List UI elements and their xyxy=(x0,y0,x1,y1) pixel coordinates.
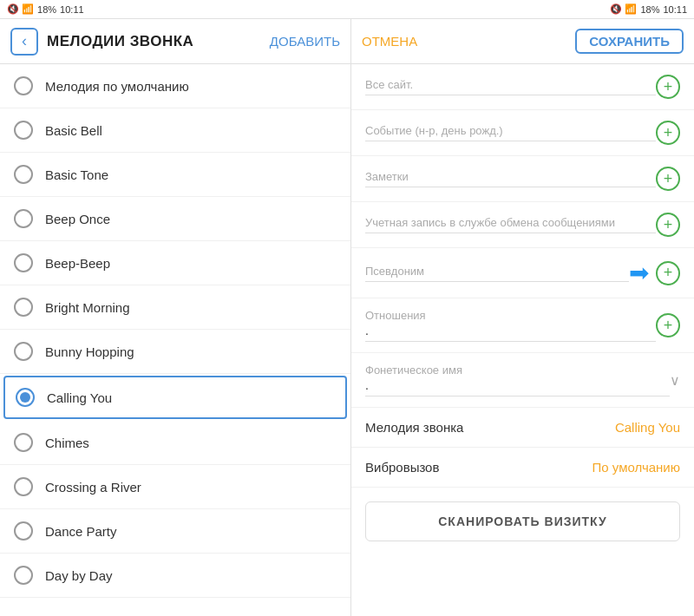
field-value: . xyxy=(365,324,656,337)
status-right: 🔇 📶 18% 10:11 xyxy=(610,3,687,16)
ringtone-name: Basic Tone xyxy=(45,167,108,182)
ringtone-name: Basic Bell xyxy=(45,123,102,138)
chevron-down-icon: ∨ xyxy=(670,372,680,389)
field-value: . xyxy=(365,378,670,392)
field-add-button[interactable]: + xyxy=(656,261,680,285)
ringtone-item[interactable]: Bright Morning xyxy=(0,285,350,330)
ringtone-name: Bunny Hopping xyxy=(45,344,134,359)
field-label: Псевдоним xyxy=(365,265,629,278)
right-content: Все сайт.+Событие (н-р, день рожд.)+Заме… xyxy=(351,64,694,616)
field-add-button[interactable]: + xyxy=(656,75,680,99)
ringtone-item[interactable]: Beep Once xyxy=(0,197,350,241)
ringtone-item[interactable]: Chimes xyxy=(0,421,350,465)
field-content: Заметки xyxy=(365,170,656,187)
radio-circle xyxy=(14,477,33,496)
save-button[interactable]: СОХРАНИТЬ xyxy=(575,29,684,54)
field-label: Фонетическое имя xyxy=(365,364,670,377)
field-add-button[interactable]: + xyxy=(656,313,680,337)
ringtone-item[interactable]: Basic Bell xyxy=(0,108,350,153)
time-right: 10:11 xyxy=(663,4,687,15)
blue-arrow-icon: ➡ xyxy=(629,259,649,287)
back-button[interactable]: ‹ xyxy=(10,28,38,56)
field-content: Событие (н-р, день рожд.) xyxy=(365,124,656,141)
main-area: ‹ МЕЛОДИИ ЗВОНКА ДОБАВИТЬ Мелодия по умо… xyxy=(0,19,694,616)
field-content: Псевдоним xyxy=(365,265,629,282)
left-header: ‹ МЕЛОДИИ ЗВОНКА ДОБАВИТЬ xyxy=(0,19,350,64)
field-content: Учетная запись в службе обмена сообщения… xyxy=(365,216,656,233)
time-left: 10:11 xyxy=(60,4,84,15)
ringtone-item[interactable]: Bunny Hopping xyxy=(0,330,350,374)
ringtone-label: Мелодия звонка xyxy=(365,420,463,435)
add-button[interactable]: ДОБАВИТЬ xyxy=(270,34,340,49)
contact-field: Заметки+ xyxy=(351,156,694,202)
field-content: Фонетическое имя. xyxy=(365,364,670,396)
left-panel: ‹ МЕЛОДИИ ЗВОНКА ДОБАВИТЬ Мелодия по умо… xyxy=(0,19,351,616)
ringtone-name: Beep Once xyxy=(45,212,110,226)
vibration-value: По умолчанию xyxy=(593,460,680,475)
status-left-icons: 🔇 📶 xyxy=(7,3,34,15)
ringtone-name: Crossing a River xyxy=(45,480,141,495)
ringtone-name: Chimes xyxy=(45,436,89,450)
field-content: Все сайт. xyxy=(365,78,656,95)
right-panel: ОТМЕНА СОХРАНИТЬ Все сайт.+Событие (н-р,… xyxy=(351,19,694,616)
status-bar: 🔇 📶 18% 10:11 🔇 📶 18% 10:11 xyxy=(0,0,694,19)
status-left: 🔇 📶 18% 10:11 xyxy=(7,3,84,16)
battery-right: 18% xyxy=(640,4,659,15)
radio-circle xyxy=(14,298,33,317)
radio-dot xyxy=(20,392,30,403)
ringtone-name: Calling You xyxy=(47,390,112,405)
ringtone-item[interactable]: Calling You xyxy=(3,376,347,419)
ringtone-value: Calling You xyxy=(615,420,680,435)
field-label: Заметки xyxy=(365,170,656,183)
radio-circle xyxy=(14,566,33,585)
ringtone-name: Day by Day xyxy=(45,568,113,583)
radio-circle xyxy=(14,342,33,361)
ringtone-item[interactable]: Crossing a River xyxy=(0,465,350,509)
radio-circle xyxy=(14,121,33,140)
ringtone-item[interactable]: Dance Party xyxy=(0,509,350,554)
ringtone-item[interactable]: Day by Day xyxy=(0,554,350,598)
contact-field: Учетная запись в службе обмена сообщения… xyxy=(351,202,694,248)
status-right-icons: 🔇 📶 xyxy=(610,3,637,15)
ringtone-item[interactable]: Beep-Beep xyxy=(0,241,350,285)
radio-circle xyxy=(14,433,33,452)
radio-circle xyxy=(16,388,35,407)
contact-field: Событие (н-р, день рожд.)+ xyxy=(351,110,694,156)
radio-circle xyxy=(14,253,33,272)
field-add-button[interactable]: + xyxy=(656,167,680,191)
vibration-label: Вибровызов xyxy=(365,460,439,475)
cancel-button[interactable]: ОТМЕНА xyxy=(362,34,417,49)
battery-left: 18% xyxy=(37,4,56,15)
radio-circle xyxy=(14,165,33,184)
ringtone-item[interactable]: Basic Tone xyxy=(0,153,350,197)
left-panel-title: МЕЛОДИИ ЗВОНКА xyxy=(47,33,261,50)
field-label: Событие (н-р, день рожд.) xyxy=(365,124,656,137)
radio-circle xyxy=(14,76,33,95)
ringtone-item[interactable]: Мелодия по умолчанию xyxy=(0,64,350,108)
field-label: Все сайт. xyxy=(365,78,656,91)
contact-field: Отношения.+ xyxy=(351,298,694,353)
ringtone-name: Beep-Beep xyxy=(45,256,110,271)
ringtone-name: Bright Morning xyxy=(45,300,130,315)
scan-card-button[interactable]: СКАНИРОВАТЬ ВИЗИТКУ xyxy=(365,501,680,541)
ringtone-name: Dance Party xyxy=(45,524,117,539)
contact-field: Фонетическое имя.∨ xyxy=(351,353,694,408)
ringtone-list: Мелодия по умолчаниюBasic BellBasic Tone… xyxy=(0,64,350,616)
vibration-setting-row[interactable]: Вибровызов По умолчанию xyxy=(351,448,694,488)
right-header: ОТМЕНА СОХРАНИТЬ xyxy=(351,19,694,64)
ringtone-name: Мелодия по умолчанию xyxy=(45,79,189,94)
ringtone-setting-row[interactable]: Мелодия звонка Calling You xyxy=(351,408,694,448)
field-content: Отношения. xyxy=(365,309,656,342)
field-add-button[interactable]: + xyxy=(656,213,680,237)
field-label: Учетная запись в службе обмена сообщения… xyxy=(365,216,656,229)
radio-circle xyxy=(14,209,33,228)
field-add-button[interactable]: + xyxy=(656,121,680,145)
field-label: Отношения xyxy=(365,309,656,322)
contact-field: Все сайт.+ xyxy=(351,64,694,110)
radio-circle xyxy=(14,521,33,541)
contact-field: Псевдоним➡+ xyxy=(351,248,694,298)
